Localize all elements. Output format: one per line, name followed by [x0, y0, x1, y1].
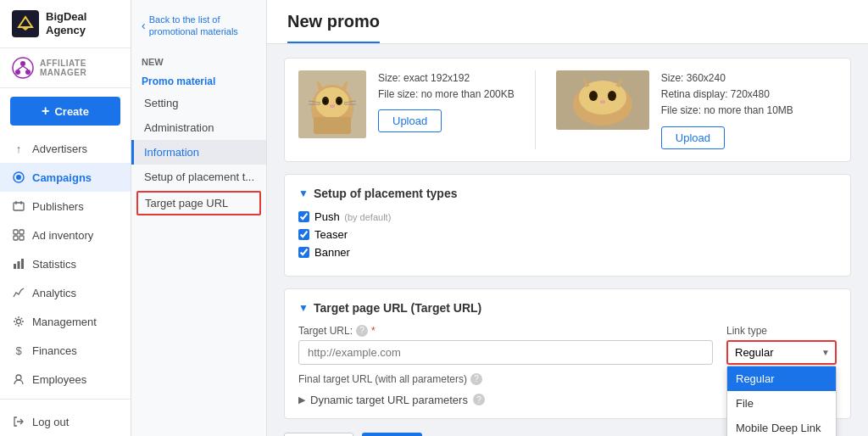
upload-button-2[interactable]: Upload — [661, 126, 725, 149]
svg-rect-13 — [19, 230, 24, 234]
svg-line-5 — [18, 66, 23, 70]
create-button[interactable]: + Create — [10, 97, 120, 126]
logout-icon — [12, 415, 25, 428]
dynamic-params-row[interactable]: ▶ Dynamic target URL parameters ? — [298, 394, 713, 406]
final-url-text: Final target URL (with all parameters) — [298, 373, 467, 385]
svg-rect-9 — [14, 203, 24, 210]
sidebar-item-logout[interactable]: Log out — [0, 407, 131, 436]
sidebar-item-statistics[interactable]: Statistics — [0, 249, 131, 278]
vertical-divider — [535, 70, 536, 149]
image-info-2: Size: 360x240 Retina display: 720x480 Fi… — [661, 70, 793, 120]
management-icon — [12, 315, 25, 328]
push-label: Push (by default) — [314, 210, 391, 223]
subnav-item-target-page-url[interactable]: Target page URL — [136, 191, 261, 215]
sidebar-item-advertisers[interactable]: ↑ Advertisers — [0, 134, 131, 163]
sidebar-item-analytics[interactable]: Analytics — [0, 278, 131, 307]
page-title: New promo — [287, 12, 380, 43]
final-url-help-icon[interactable]: ? — [470, 373, 482, 385]
sidebar-label-ad-inventory: Ad inventory — [32, 229, 93, 242]
subnav-panel: ‹ Back to the list of promotional materi… — [131, 0, 267, 436]
main-content: New promo — [267, 0, 868, 436]
subnav-section-new: New — [131, 52, 266, 70]
svg-point-4 — [25, 70, 31, 75]
target-collapse-icon[interactable]: ▼ — [298, 302, 309, 314]
teaser-checkbox[interactable] — [298, 229, 309, 240]
logo-icon — [12, 10, 39, 37]
analytics-icon — [12, 286, 25, 299]
logo-line1: BigDeal — [46, 10, 86, 23]
svg-rect-12 — [14, 230, 18, 234]
subnav-item-administration[interactable]: Administration — [131, 115, 266, 140]
sidebar-item-employees[interactable]: Employees — [0, 365, 131, 394]
sidebar-label-campaigns: Campaigns — [32, 171, 92, 184]
sidebar-item-publishers[interactable]: Publishers — [0, 192, 131, 221]
svg-point-8 — [16, 175, 21, 180]
subnav-label-information: Information — [144, 146, 199, 159]
banner-checkbox[interactable] — [298, 247, 309, 258]
dropdown-option-regular[interactable]: Regular — [727, 366, 836, 391]
dynamic-params-help-icon[interactable]: ? — [473, 394, 485, 405]
image-retina-2: Retina display: 720x480 — [661, 87, 793, 103]
select-wrapper: Regular File Mobile Deep Link ▼ — [726, 340, 837, 365]
plus-icon: + — [42, 103, 49, 119]
form-row: Target URL: ? * Final target URL (with a… — [298, 325, 837, 406]
image-size-2: Size: 360x240 — [661, 70, 793, 87]
sidebar-item-campaigns[interactable]: Campaigns — [0, 163, 131, 192]
image-file-size-2: File size: no more than 10MB — [661, 103, 793, 119]
subnav-item-setup-placement[interactable]: Setup of placement t... — [131, 165, 266, 189]
affiliate-label: AFFILIATE MANAGER — [40, 59, 119, 77]
image-upload-row: Size: exact 192x192 File size: no more t… — [284, 58, 851, 162]
subnav-item-information[interactable]: Information — [131, 140, 266, 165]
svg-point-2 — [20, 61, 25, 66]
svg-point-1 — [13, 58, 33, 78]
dropdown-option-file[interactable]: File — [727, 391, 836, 416]
cat-image-2 — [556, 70, 649, 130]
push-checkbox[interactable] — [298, 211, 309, 222]
campaigns-icon — [12, 170, 25, 184]
image-file-size-1: File size: no more than 200KB — [378, 87, 515, 103]
sidebar: BigDeal Agency AFFILIATE MANAGER + Creat… — [0, 0, 131, 436]
push-checkbox-row: Push (by default) — [298, 210, 837, 223]
logo-text: BigDeal Agency — [46, 10, 86, 36]
svg-point-33 — [589, 91, 598, 101]
image-info-1: Size: exact 192x192 File size: no more t… — [378, 70, 515, 103]
collapse-icon[interactable]: ▼ — [298, 187, 309, 199]
link-type-select[interactable]: Regular File Mobile Deep Link — [726, 340, 837, 365]
url-help-icon[interactable]: ? — [356, 325, 368, 337]
statistics-icon — [12, 257, 25, 271]
svg-rect-14 — [14, 236, 18, 240]
svg-point-19 — [17, 320, 21, 324]
image-block-2: Size: 360x240 Retina display: 720x480 Fi… — [556, 70, 793, 149]
create-label: Create — [54, 105, 88, 118]
target-url-title-text: Target page URL (Target URL) — [314, 301, 481, 315]
affiliate-icon — [12, 57, 34, 79]
subnav-item-setting[interactable]: Setting — [131, 91, 266, 115]
target-url-section: ▼ Target page URL (Target URL) Target UR… — [284, 288, 851, 419]
image-block-1: Size: exact 192x192 File size: no more t… — [298, 70, 515, 149]
dropdown-option-mobile-deep-link[interactable]: Mobile Deep Link — [727, 416, 836, 436]
sidebar-item-finances[interactable]: $ Finances — [0, 336, 131, 365]
sidebar-item-ad-inventory[interactable]: Ad inventory — [0, 221, 131, 249]
banner-label: Banner — [314, 246, 350, 259]
svg-point-28 — [330, 104, 335, 108]
sidebar-label-employees: Employees — [32, 373, 86, 386]
upload-button-1[interactable]: Upload — [378, 109, 442, 132]
subnav-label-setup-placement: Setup of placement t... — [144, 170, 254, 183]
cancel-button[interactable]: Cancel — [284, 433, 353, 436]
svg-point-3 — [15, 70, 20, 75]
subnav-label-administration: Administration — [144, 121, 214, 134]
push-suffix: (by default) — [344, 212, 391, 222]
subnav-label-target-page-url: Target page URL — [145, 197, 228, 210]
url-input[interactable] — [298, 340, 713, 365]
url-input-group: Target URL: ? * Final target URL (with a… — [298, 325, 713, 406]
placement-section: ▼ Setup of placement types Push (by defa… — [284, 174, 851, 277]
main-header: New promo — [267, 0, 868, 44]
finances-icon: $ — [12, 344, 25, 357]
placement-title-text: Setup of placement types — [314, 187, 458, 200]
sidebar-item-management[interactable]: Management — [0, 307, 131, 336]
save-button[interactable]: Save — [362, 433, 421, 436]
back-button[interactable]: ‹ Back to the list of promotional materi… — [131, 7, 266, 45]
final-url-label: Final target URL (with all parameters) ? — [298, 373, 713, 385]
subnav-label-setting: Setting — [144, 97, 178, 109]
logo-area: BigDeal Agency — [0, 0, 131, 48]
